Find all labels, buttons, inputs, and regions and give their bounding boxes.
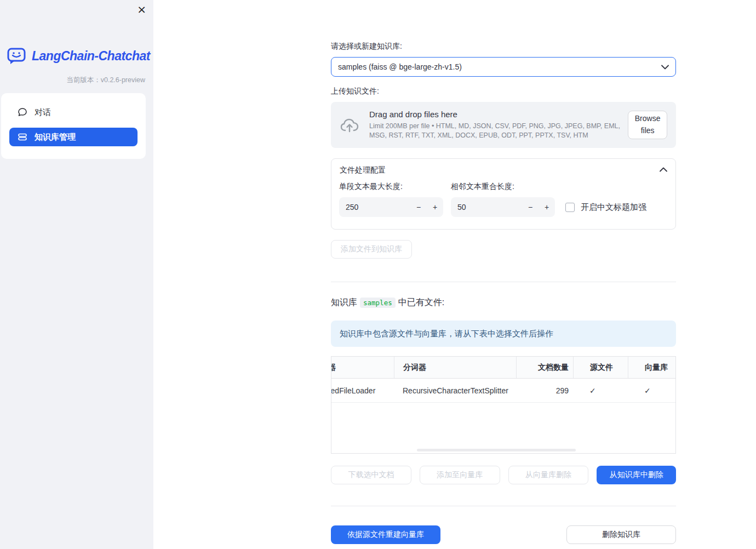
table-header-vector-store: 向量库 xyxy=(628,357,675,378)
minus-icon[interactable]: − xyxy=(410,197,427,217)
chunk-size-label: 单段文本最大长度: xyxy=(339,182,443,193)
divider xyxy=(331,282,676,282)
dropzone-title: Drag and drop files here xyxy=(369,110,628,119)
dropzone-hint: Limit 200MB per file • HTML, MD, JSON, C… xyxy=(369,122,628,140)
expander-header[interactable]: 文件处理配置 xyxy=(331,159,675,180)
file-config-expander: 文件处理配置 单段文本最大长度: 250 − + 相邻文 xyxy=(331,158,676,230)
cell-loader: UnstructuredFileLoader xyxy=(331,379,394,402)
divider xyxy=(331,506,676,506)
chunk-size-input[interactable]: 250 − + xyxy=(339,197,443,217)
add-files-to-kb-button[interactable]: 添加文件到知识库 xyxy=(331,240,412,259)
upload-cloud-icon xyxy=(340,116,360,134)
sidebar-item-label: 对话 xyxy=(35,107,51,118)
kb-selectbox-value: samples (faiss @ bge-large-zh-v1.5) xyxy=(338,62,661,71)
horizontal-scrollbar[interactable] xyxy=(417,449,576,451)
main-area: 请选择或新建知识库: samples (faiss @ bge-large-zh… xyxy=(153,0,756,549)
app-logo: LangChain-Chatchat xyxy=(7,47,150,65)
sidebar-item-dialogue[interactable]: 对话 xyxy=(1,103,146,122)
cell-source-file-check: ✓ xyxy=(573,379,628,402)
overlap-value: 50 xyxy=(457,203,522,211)
chunk-size-value: 250 xyxy=(346,203,410,211)
delete-from-vector-store-button[interactable]: 从向量库删除 xyxy=(508,466,589,484)
upload-label: 上传知识文件: xyxy=(331,87,676,98)
kb-select-label: 请选择或新建知识库: xyxy=(331,42,676,53)
zh-title-enhance-checkbox[interactable] xyxy=(565,203,575,212)
add-to-vector-store-button[interactable]: 添加至向量库 xyxy=(420,466,500,484)
existing-files-line: 知识库samples中已有文件: xyxy=(331,297,676,308)
version-text: 当前版本：v0.2.6-preview xyxy=(66,76,145,85)
file-dropzone[interactable]: Drag and drop files here Limit 200MB per… xyxy=(331,102,676,148)
zh-title-enhance-label: 开启中文标题加强 xyxy=(581,202,646,213)
plus-icon[interactable]: + xyxy=(427,197,443,217)
sidebar-nav: 对话 知识库管理 xyxy=(1,93,146,159)
cell-splitter: RecursiveCharacterTextSplitter xyxy=(394,379,516,402)
rebuild-vector-store-button[interactable]: 依据源文件重建向量库 xyxy=(331,525,440,544)
kb-name-code: samples xyxy=(360,298,396,308)
download-selected-button[interactable]: 下载选中文档 xyxy=(331,466,411,484)
cell-vector-store-check: ✓ xyxy=(628,379,675,402)
chevron-up-icon xyxy=(660,167,667,172)
kb-selectbox[interactable]: samples (faiss @ bge-large-zh-v1.5) xyxy=(331,57,676,77)
minus-icon[interactable]: − xyxy=(522,197,539,217)
logo-smiley-chat-icon xyxy=(7,47,27,65)
table-row[interactable]: UnstructuredFileLoader RecursiveCharacte… xyxy=(331,379,675,403)
delete-kb-button[interactable]: 删除知识库 xyxy=(566,525,676,544)
overlap-input[interactable]: 50 − + xyxy=(451,197,555,217)
table-header-doc-count: 文档数量 xyxy=(516,357,573,378)
table-header-source-file: 源文件 xyxy=(573,357,628,378)
sidebar-item-label: 知识库管理 xyxy=(35,132,76,142)
sidebar-item-kb-management[interactable]: 知识库管理 xyxy=(9,128,138,146)
overlap-label: 相邻文本重合长度: xyxy=(451,182,555,193)
plus-icon[interactable]: + xyxy=(539,197,555,217)
table-header-splitter: 分词器 xyxy=(394,357,516,378)
browse-files-button[interactable]: Browse files xyxy=(628,111,667,139)
delete-from-kb-button[interactable]: 从知识库中删除 xyxy=(597,466,676,484)
database-icon xyxy=(18,132,27,142)
close-icon[interactable]: × xyxy=(137,3,146,15)
table-header-loader: 文档加载器 xyxy=(331,357,394,378)
info-banner: 知识库中包含源文件与向量库，请从下表中选择文件后操作 xyxy=(331,321,676,347)
chevron-down-icon xyxy=(661,65,669,70)
expander-title: 文件处理配置 xyxy=(340,163,660,175)
files-table[interactable]: 文档加载器 分词器 文档数量 源文件 向量库 UnstructuredFileL… xyxy=(331,356,676,454)
cell-doc-count: 299 xyxy=(516,379,573,402)
app-title: LangChain-Chatchat xyxy=(32,49,150,64)
sidebar: × LangChain-Chatchat 当前版本：v0.2.6-preview… xyxy=(0,0,153,549)
chat-bubble-icon xyxy=(18,107,27,117)
table-header-row: 文档加载器 分词器 文档数量 源文件 向量库 xyxy=(331,357,675,379)
